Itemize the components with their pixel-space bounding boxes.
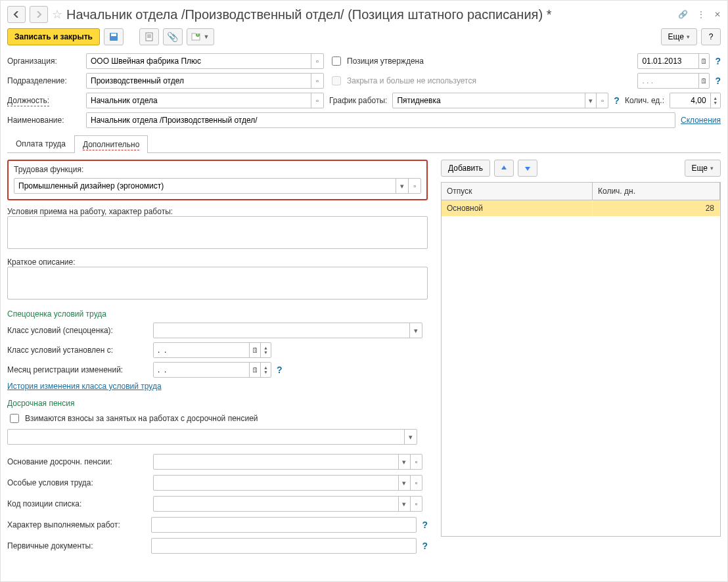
pension-checkbox[interactable]: Взимаются взносы за занятых на работах с… [7, 412, 428, 425]
prim-docs-label: Первичные документы: [7, 541, 146, 550]
card-icon: + [191, 32, 200, 41]
class-date-input[interactable] [154, 346, 249, 355]
write-and-close-button[interactable]: Записать и закрыть [7, 28, 100, 45]
more-button[interactable]: Еще ▾ [661, 28, 697, 45]
hire-cond-textarea[interactable] [7, 216, 428, 249]
help-icon[interactable]: ? [715, 56, 721, 66]
spinner-icon[interactable]: ▲▼ [710, 93, 720, 108]
dept-field[interactable]: ▫ [86, 73, 324, 89]
favorite-icon[interactable]: ☆ [52, 7, 62, 22]
reg-month-input[interactable] [154, 365, 249, 374]
date-from-field[interactable]: 🗓 [637, 53, 710, 69]
arrow-left-icon [13, 11, 20, 18]
pension-basis-label: Основание досрочн. пенсии: [7, 457, 148, 466]
chevron-down-icon[interactable]: ▾ [585, 93, 597, 108]
open-icon[interactable]: ▫ [311, 74, 323, 88]
class-field[interactable]: ▾ [153, 323, 422, 338]
help-icon[interactable]: ? [277, 365, 283, 375]
calendar-icon[interactable]: 🗓 [698, 74, 710, 88]
prim-docs-field[interactable] [151, 538, 417, 554]
move-up-button[interactable] [494, 160, 514, 177]
spinner-icon[interactable]: ▲▼ [260, 343, 271, 357]
pension-check-label: Взимаются взносы за занятых на работах с… [25, 414, 258, 423]
name-field[interactable] [86, 112, 675, 128]
spinner-icon[interactable]: ▲▼ [260, 363, 271, 377]
close-icon[interactable]: ✕ [714, 10, 721, 19]
date-from-input[interactable] [638, 56, 698, 66]
tab-extra[interactable]: Дополнительно [74, 135, 148, 153]
count-input[interactable] [670, 96, 710, 105]
chevron-down-icon[interactable]: ▾ [398, 497, 410, 511]
approved-checkbox[interactable]: Позиция утверждена [329, 55, 424, 68]
position-input[interactable] [87, 96, 311, 105]
calendar-icon[interactable]: 🗓 [698, 54, 710, 68]
dept-input[interactable] [87, 76, 311, 85]
open-icon[interactable]: ▫ [408, 179, 421, 193]
open-icon[interactable]: ▫ [596, 93, 608, 108]
tab-pay[interactable]: Оплата труда [7, 135, 74, 152]
document-icon [145, 32, 153, 41]
move-down-button[interactable] [518, 160, 537, 177]
save-button[interactable] [104, 28, 124, 45]
approved-label: Позиция утверждена [347, 56, 424, 66]
open-icon[interactable]: ▫ [410, 497, 422, 511]
help-button[interactable]: ? [701, 28, 721, 45]
pension-combo[interactable]: ▾ [7, 429, 417, 445]
schedule-field[interactable]: ▾ ▫ [392, 93, 608, 108]
schedule-input[interactable] [393, 96, 584, 105]
table-row[interactable]: Основной 28 [442, 200, 720, 216]
nav-back-button[interactable] [7, 6, 26, 23]
pension-basis-field[interactable]: ▾▫ [153, 454, 422, 470]
chevron-down-icon[interactable]: ▾ [398, 476, 410, 490]
attachment-button[interactable]: 📎 [163, 28, 183, 45]
reg-month-field[interactable]: 🗓 ▲▼ [153, 362, 271, 378]
help-icon[interactable]: ? [422, 541, 428, 551]
chevron-down-icon[interactable]: ▾ [409, 323, 422, 338]
labor-function-input[interactable] [14, 181, 396, 190]
open-icon[interactable]: ▫ [311, 93, 323, 108]
vacation-table[interactable]: Отпуск Колич. дн. Основной 28 [441, 182, 721, 537]
vacation-pane: Добавить Еще▾ Отпуск Колич. дн. Основной… [441, 160, 721, 554]
calendar-icon[interactable]: 🗓 [249, 343, 260, 357]
pension-combo-input[interactable] [8, 432, 404, 441]
class-history-link[interactable]: История изменения класса условий труда [7, 382, 162, 391]
open-icon[interactable]: ▫ [410, 455, 422, 469]
nav-forward-button[interactable] [30, 6, 48, 23]
org-field[interactable]: ▫ [86, 53, 324, 69]
position-field[interactable]: ▫ [86, 93, 324, 108]
chevron-down-icon: ▼ [203, 34, 209, 40]
work-char-field[interactable] [151, 517, 417, 533]
structure-button[interactable]: + ▼ [187, 28, 214, 45]
document-button[interactable] [139, 28, 159, 45]
vacation-toolbar: Добавить Еще▾ [441, 160, 721, 177]
help-icon[interactable]: ? [422, 520, 428, 530]
class-input[interactable] [154, 326, 409, 335]
add-button[interactable]: Добавить [441, 160, 490, 177]
date-to-input[interactable] [638, 76, 698, 85]
open-icon[interactable]: ▫ [410, 476, 422, 490]
kebab-menu-icon[interactable]: ⋮ [697, 10, 705, 19]
vacation-more-button[interactable]: Еще▾ [685, 160, 721, 177]
special-cond-field[interactable]: ▾▫ [153, 475, 422, 491]
calendar-icon[interactable]: 🗓 [249, 363, 260, 377]
open-icon[interactable]: ▫ [311, 54, 323, 68]
name-input[interactable] [87, 116, 675, 125]
help-icon[interactable]: ? [715, 76, 721, 86]
org-input[interactable] [87, 56, 311, 66]
count-field[interactable]: ▲▼ [670, 93, 721, 108]
count-label: Колич. ед.: [625, 96, 664, 105]
svg-rect-1 [111, 34, 116, 36]
declension-link[interactable]: Склонения [681, 116, 721, 125]
class-date-label: Класс условий установлен с: [7, 346, 148, 355]
chevron-down-icon[interactable]: ▾ [396, 179, 408, 193]
link-icon[interactable]: 🔗 [678, 10, 688, 19]
help-icon[interactable]: ? [614, 95, 620, 106]
date-to-field[interactable]: 🗓 [637, 73, 710, 89]
chevron-down-icon[interactable]: ▾ [398, 455, 410, 469]
list-code-field[interactable]: ▾▫ [153, 496, 422, 512]
labor-function-field[interactable]: ▾ ▫ [14, 178, 421, 194]
paperclip-icon: 📎 [167, 32, 178, 42]
chevron-down-icon[interactable]: ▾ [404, 430, 417, 444]
class-date-field[interactable]: 🗓 ▲▼ [153, 342, 271, 358]
short-desc-textarea[interactable] [7, 267, 428, 300]
